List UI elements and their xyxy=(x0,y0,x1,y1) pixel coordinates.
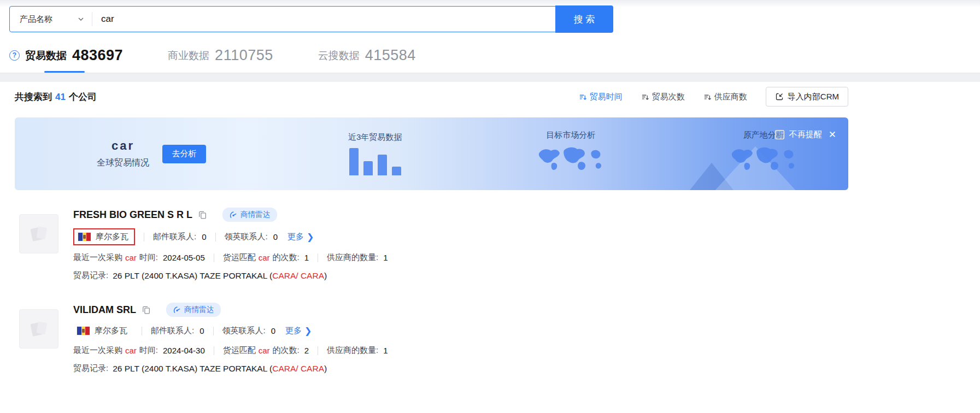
feature-target-market[interactable]: 目标市场分析 xyxy=(536,130,606,178)
chevron-right-icon: ❯ xyxy=(307,232,314,242)
moldova-flag-icon xyxy=(77,327,90,335)
trade-record-row: 贸易记录: 26 PLT (2400 T.KASA) TAZE PORTAKAL… xyxy=(73,270,388,281)
help-icon[interactable]: ? xyxy=(9,50,20,61)
analyze-button[interactable]: 去分析 xyxy=(162,145,206,163)
data-tabs: ? 贸易数据 483697 商业数据 2110755 云搜数据 415584 xyxy=(9,47,980,73)
company-name[interactable]: VILIDAM SRL xyxy=(73,304,136,316)
purchase-prefix: 最近一次采购 xyxy=(73,252,122,263)
sort-trade-time[interactable]: 贸易时间 xyxy=(579,92,623,102)
keyword-highlight: car xyxy=(125,346,137,355)
more-link[interactable]: 更多❯ xyxy=(285,326,312,336)
email-contacts: 邮件联系人:0 xyxy=(151,326,204,336)
record-pre: 26 PLT (2400 T.KASA) TAZE PORTAKAL ( xyxy=(113,271,272,280)
divider xyxy=(318,253,318,262)
badge-label: 商情雷达 xyxy=(184,305,214,315)
banner-dismiss: 不再提醒 ✕ xyxy=(775,129,836,140)
results-count: 41 xyxy=(55,92,66,102)
chevron-right-icon: ❯ xyxy=(304,326,312,336)
search-box: 产品名称 xyxy=(9,6,556,32)
keyword-highlight: car xyxy=(259,253,270,262)
linkedin-contacts-label: 领英联系人: xyxy=(225,232,268,242)
country-name: 摩尔多瓦 xyxy=(96,232,128,242)
bar-chart-icon xyxy=(348,147,402,175)
dismiss-label: 不再提醒 xyxy=(789,129,822,140)
image-placeholder-icon xyxy=(26,221,51,246)
linkedin-contacts: 领英联系人:0 xyxy=(225,232,278,242)
record-keyword: CARA xyxy=(301,364,324,373)
divider xyxy=(213,327,214,335)
banner-subtitle: 全球贸易情况 xyxy=(97,157,149,169)
company-contacts-row: 摩尔多瓦 邮件联系人:0 领英联系人:0 更多❯ xyxy=(73,228,388,245)
tab-business-data[interactable]: 商业数据 2110755 xyxy=(168,47,273,73)
moldova-flag-icon xyxy=(78,233,91,241)
feature-trade-data-3y[interactable]: 近3年贸易数据 xyxy=(348,132,402,175)
divider xyxy=(142,327,142,335)
company-card: VILIDAM SRL 商情雷达 摩尔多瓦 邮件联系人:0 xyxy=(15,303,835,374)
company-name[interactable]: FRESH BIO GREEN S R L xyxy=(73,209,192,221)
trade-record-text: 26 PLT (2400 T.KASA) TAZE PORTAKAL (CARA… xyxy=(113,271,327,281)
shipping-prefix: 货运匹配 xyxy=(223,345,256,356)
business-radar-badge[interactable]: 商情雷达 xyxy=(222,208,277,222)
banner-content: car 全球贸易情况 去分析 近3年贸易数据 目标市场分析 xyxy=(15,117,848,190)
close-icon[interactable]: ✕ xyxy=(829,130,836,139)
supplier-label: 供应商的数量: xyxy=(327,345,378,356)
tab-trade-data[interactable]: ? 贸易数据 483697 xyxy=(9,47,123,73)
purchase-suffix: 时间: xyxy=(139,345,158,356)
more-link[interactable]: 更多❯ xyxy=(287,232,314,242)
tab-label: 商业数据 xyxy=(168,49,209,63)
copy-icon[interactable] xyxy=(198,210,207,220)
search-input[interactable] xyxy=(92,14,555,25)
email-contacts-count: 0 xyxy=(199,326,204,335)
record-keyword: CARA/ xyxy=(272,364,298,373)
sort-controls: 贸易时间 贸易次数 供应商数 导入内部CRM xyxy=(579,87,848,107)
trade-record-text: 26 PLT (2400 T.KASA) TAZE PORTAKAL (CARA… xyxy=(113,364,327,374)
banner-keyword: car xyxy=(97,139,149,153)
email-contacts: 邮件联系人:0 xyxy=(153,232,207,242)
sort-trade-count[interactable]: 贸易次数 xyxy=(641,92,685,102)
company-stats-row: 最近一次采购 car 时间: 2024-04-30 货运匹配 car 的次数: … xyxy=(73,345,388,356)
keyword-highlight: car xyxy=(125,253,137,262)
sort-icon xyxy=(579,93,587,101)
tab-count: 483697 xyxy=(72,47,123,64)
active-tab-underline xyxy=(44,71,85,73)
company-header: FRESH BIO GREEN S R L 商情雷达 xyxy=(73,208,388,222)
chevron-down-icon xyxy=(78,16,84,22)
email-contacts-label: 邮件联系人: xyxy=(151,326,194,336)
business-radar-badge[interactable]: 商情雷达 xyxy=(166,303,221,317)
results-summary: 共搜索到41个公司 xyxy=(15,91,97,103)
trade-record-label: 贸易记录: xyxy=(73,270,108,281)
shipping-count: 2 xyxy=(304,346,309,355)
supplier-count: 1 xyxy=(383,346,388,355)
search-button[interactable]: 搜 索 xyxy=(555,5,613,33)
supplier-label: 供应商的数量: xyxy=(327,252,378,263)
more-label: 更多 xyxy=(287,232,304,242)
search-category-select[interactable]: 产品名称 xyxy=(10,7,92,32)
radar-icon xyxy=(173,306,181,314)
company-thumbnail xyxy=(19,214,58,253)
purchase-date: 2024-04-30 xyxy=(163,346,205,355)
country-tag[interactable]: 摩尔多瓦 xyxy=(73,228,135,245)
world-map-icon xyxy=(536,145,606,175)
tab-cloud-search-data[interactable]: 云搜数据 415584 xyxy=(318,47,416,73)
sort-icon xyxy=(703,93,712,101)
world-map-icon xyxy=(729,145,799,175)
badge-label: 商情雷达 xyxy=(240,210,270,220)
copy-icon[interactable] xyxy=(142,305,151,315)
dismiss-checkbox[interactable] xyxy=(775,130,784,139)
search-category-label: 产品名称 xyxy=(20,14,52,25)
import-crm-button[interactable]: 导入内部CRM xyxy=(766,87,848,107)
tab-label: 云搜数据 xyxy=(318,49,360,63)
country-tag[interactable]: 摩尔多瓦 xyxy=(73,323,133,338)
sort-supplier-count[interactable]: 供应商数 xyxy=(703,92,747,102)
tab-label: 贸易数据 xyxy=(25,49,67,63)
sort-label: 供应商数 xyxy=(714,92,747,102)
country-name: 摩尔多瓦 xyxy=(95,326,127,336)
results-panel: 共搜索到41个公司 贸易时间 贸易次数 供应商数 导入内部CRM xyxy=(0,87,980,374)
results-prefix: 共搜索到 xyxy=(15,92,52,102)
purchase-date: 2024-05-05 xyxy=(163,253,205,262)
more-label: 更多 xyxy=(285,326,302,336)
divider xyxy=(144,233,144,241)
shipping-prefix: 货运匹配 xyxy=(223,252,256,263)
page: 产品名称 搜 索 ? 贸易数据 483697 商业数据 2110755 云搜数据… xyxy=(0,0,980,413)
trade-record-label: 贸易记录: xyxy=(73,363,108,374)
